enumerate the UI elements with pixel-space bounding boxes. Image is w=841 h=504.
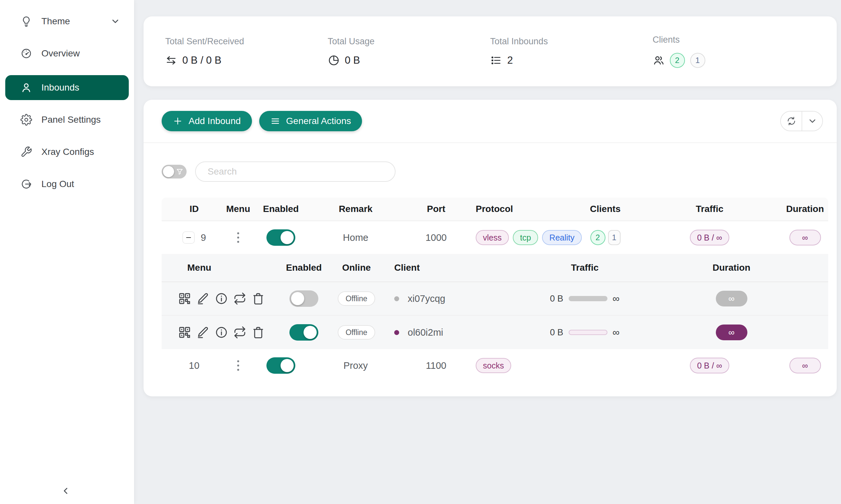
toolbar: Add Inbound General Actions [143, 100, 837, 143]
client-status-dot [394, 296, 399, 301]
inbounds-table: ID Menu Enabled Remark Port Protocol Cli… [161, 198, 828, 382]
reset-traffic-button[interactable] [233, 325, 247, 340]
protocol-tag: socks [476, 358, 511, 373]
client-status-dot [394, 330, 399, 335]
stat-label: Total Usage [328, 36, 491, 47]
info-button[interactable] [214, 325, 229, 340]
edit-button[interactable] [196, 325, 210, 340]
sidebar-item-label: Log Out [41, 179, 74, 189]
clients-online-badge: 2 [590, 230, 605, 245]
traffic-limit: ∞ [613, 293, 620, 304]
gear-icon [20, 114, 32, 126]
sub-col-header-online: Online [342, 263, 371, 273]
sidebar-item-log-out[interactable]: Log Out [5, 174, 129, 195]
sub-table-header-row: Menu Enabled Online Client Traffic Durat… [161, 254, 828, 282]
security-tag: Reality [542, 230, 582, 245]
sidebar-item-panel-settings[interactable]: Panel Settings [5, 109, 129, 130]
refresh-button[interactable] [781, 111, 802, 131]
traffic-limit: ∞ [613, 327, 620, 338]
lightbulb-icon [20, 15, 32, 27]
stat-label: Clients [653, 35, 816, 45]
sidebar-item-label: Inbounds [41, 83, 79, 93]
chevron-down-icon [110, 16, 120, 26]
protocol-tag: vless [476, 230, 509, 245]
chevron-down-icon [807, 116, 817, 126]
col-header-port: Port [427, 204, 445, 214]
client-enabled-toggle[interactable] [289, 290, 318, 307]
enabled-toggle[interactable] [267, 229, 295, 246]
duration-tag: ∞ [789, 358, 821, 373]
general-actions-label: General Actions [286, 116, 351, 126]
col-header-clients: Clients [590, 204, 621, 214]
client-enabled-toggle[interactable] [289, 324, 318, 341]
pie-chart-icon [328, 54, 340, 66]
funnel-icon [176, 168, 184, 176]
duration-tag: ∞ [789, 230, 821, 246]
refresh-options-button[interactable] [802, 111, 822, 131]
sidebar-item-inbounds[interactable]: Inbounds [5, 75, 129, 100]
add-inbound-button[interactable]: Add Inbound [161, 111, 252, 131]
inbound-remark: Home [343, 232, 368, 243]
col-header-id: ID [190, 204, 199, 214]
client-traffic-used: 0 B [550, 327, 563, 338]
general-actions-button[interactable]: General Actions [259, 111, 362, 131]
sidebar-item-label: Theme [41, 16, 70, 26]
dashboard-icon [20, 48, 32, 59]
col-header-remark: Remark [339, 204, 373, 214]
sidebar: Theme Overview Inbounds Panel Settings [0, 0, 134, 504]
table-header-row: ID Menu Enabled Remark Port Protocol Cli… [161, 198, 828, 221]
user-icon [20, 82, 32, 93]
col-header-protocol: Protocol [473, 204, 513, 214]
col-header-duration: Duration [786, 204, 824, 214]
sub-col-header-enabled: Enabled [286, 263, 322, 273]
qr-code-button[interactable] [177, 291, 192, 306]
col-header-traffic: Traffic [696, 204, 723, 214]
sidebar-collapse-button[interactable] [58, 484, 73, 498]
sidebar-item-xray-configs[interactable]: Xray Configs [5, 141, 129, 162]
traffic-tag: 0 B / ∞ [690, 230, 729, 246]
stat-value: 0 B / 0 B [182, 54, 221, 66]
delete-button[interactable] [251, 325, 265, 340]
reset-traffic-button[interactable] [233, 291, 247, 306]
client-name: ol60i2mi [408, 327, 443, 338]
edit-button[interactable] [196, 291, 210, 306]
table-row: 10 Proxy 1100 socks 0 B / ∞ ∞ [161, 349, 828, 382]
add-inbound-label: Add Inbound [189, 116, 241, 126]
refresh-control [780, 111, 823, 131]
stat-value: 0 B [345, 54, 360, 66]
stats-card: Total Sent/Received 0 B / 0 B Total Usag… [143, 16, 837, 86]
app-root: Theme Overview Inbounds Panel Settings [0, 0, 841, 504]
qr-code-button[interactable] [177, 325, 192, 340]
collapse-row-button[interactable] [182, 231, 195, 244]
search-input[interactable] [195, 161, 396, 182]
online-status-badge: Offline [338, 325, 375, 340]
sidebar-item-label: Xray Configs [41, 147, 94, 157]
enabled-toggle[interactable] [267, 357, 295, 374]
inbound-remark: Proxy [343, 360, 367, 371]
traffic-progress-bar [569, 330, 607, 335]
info-button[interactable] [214, 291, 229, 306]
inbound-port: 1000 [425, 232, 447, 243]
clients-online-badge: 2 [670, 53, 685, 68]
stat-label: Total Inbounds [490, 36, 653, 47]
sub-col-header-client: Client [381, 263, 420, 273]
sub-col-header-duration: Duration [713, 263, 750, 273]
stat-clients: Clients 2 1 [653, 35, 816, 68]
stat-total-sent-received: Total Sent/Received 0 B / 0 B [165, 36, 328, 66]
wrench-icon [20, 146, 32, 158]
expanded-clients-section: Menu Enabled Online Client Traffic Durat… [161, 254, 828, 349]
row-menu-button[interactable] [233, 358, 244, 373]
delete-button[interactable] [251, 291, 265, 306]
inbounds-panel: Add Inbound General Actions [143, 100, 837, 396]
list-icon [490, 54, 502, 66]
sidebar-item-theme[interactable]: Theme [5, 11, 129, 32]
sidebar-item-overview[interactable]: Overview [5, 43, 129, 64]
clients-deactivated-badge: 1 [690, 53, 705, 68]
stat-total-inbounds: Total Inbounds 2 [490, 36, 653, 66]
stat-value: 2 [507, 54, 513, 66]
row-menu-button[interactable] [233, 230, 244, 246]
client-row: Offline xi07ycqg 0 B ∞ ∞ [161, 282, 828, 316]
traffic-tag: 0 B / ∞ [690, 358, 729, 373]
filter-toggle[interactable] [161, 165, 187, 179]
table-row: 9 Home 1000 vless tcp Reality 2 1 [161, 221, 828, 254]
